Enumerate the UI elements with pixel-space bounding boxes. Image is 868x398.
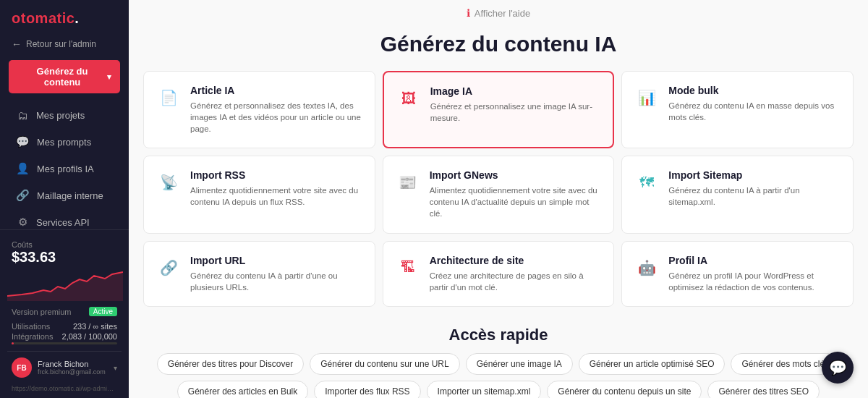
sidebar-bottom: Coûts $33.63 Version premium Active Util… xyxy=(0,229,129,398)
card-import-sitemap[interactable]: 🗺 Import Sitemap Générez du contenu IA à… xyxy=(621,156,854,233)
quick-btn-8[interactable]: Générer du contenu depuis un site xyxy=(547,381,702,398)
chat-bubble-button[interactable]: 💬 xyxy=(822,352,854,384)
main-content: ℹ Afficher l'aide Générez du contenu IA … xyxy=(129,0,868,398)
nav-label-mes-prompts: Mes prompts xyxy=(37,137,91,148)
stats-section: Utilisations 233 / ∞ sites Intégrations … xyxy=(7,319,122,350)
version-label: Version premium xyxy=(12,308,72,316)
sidebar-item-services-api[interactable]: ⚙Services API xyxy=(4,209,124,229)
card-title-import-gnews: Import GNews xyxy=(430,169,603,181)
utilisations-row: Utilisations 233 / ∞ sites xyxy=(12,322,117,331)
card-desc-import-gnews: Alimentez quotidiennement votre site ave… xyxy=(430,185,603,219)
sidebar: otomatic. ← Retour sur l'admin Générez d… xyxy=(0,0,129,398)
card-profil-ia[interactable]: 🤖 Profil IA Générez un profil IA pour Wo… xyxy=(621,241,854,307)
back-arrow-icon: ← xyxy=(12,38,22,50)
quick-btn-0[interactable]: Générer des titres pour Discover xyxy=(157,353,304,375)
card-desc-image-ia: Générez et personnalisez une image IA su… xyxy=(430,101,602,124)
card-title-image-ia: Image IA xyxy=(430,85,602,97)
card-import-rss[interactable]: 📡 Import RSS Alimentez quotidiennement v… xyxy=(143,156,375,233)
card-architecture[interactable]: 🏗 Architecture de site Créez une archite… xyxy=(383,241,615,307)
card-import-gnews[interactable]: 📰 Import GNews Alimentez quotidiennement… xyxy=(383,156,615,233)
card-icon-import-gnews: 📰 xyxy=(395,169,421,195)
card-title-profil-ia: Profil IA xyxy=(668,255,841,266)
generate-chevron-icon: ▾ xyxy=(107,72,111,82)
quick-btn-6[interactable]: Importer des flux RSS xyxy=(314,381,420,398)
cards-grid: 📄 Article IA Générez et personnalisez de… xyxy=(129,71,868,314)
user-email: frck.bichon@gmail.com xyxy=(38,368,108,376)
logo-text: otomatic. xyxy=(12,10,79,27)
card-desc-import-url: Générez du contenu IA à partir d'une ou … xyxy=(190,270,363,293)
card-desc-profil-ia: Générez un profil IA pour WordPress et o… xyxy=(668,270,841,293)
version-row: Version premium Active xyxy=(7,307,122,316)
nav-icon-services-api: ⚙ xyxy=(16,216,29,229)
nav-label-mes-profils: Mes profils IA xyxy=(37,164,94,174)
card-image-ia[interactable]: 🖼 Image IA Générez et personnalisez une … xyxy=(383,71,615,148)
card-title-mode-bulk: Mode bulk xyxy=(668,85,841,96)
card-icon-article-ia: 📄 xyxy=(156,85,182,111)
version-badge: Active xyxy=(89,307,117,316)
card-desc-architecture: Créez une architecture de pages en silo … xyxy=(430,270,603,293)
card-title-import-url: Import URL xyxy=(190,255,363,266)
nav-label-maillage: Maillage interne xyxy=(37,190,103,201)
sidebar-item-mes-prompts[interactable]: 💬Mes prompts xyxy=(4,129,124,155)
help-bar: ℹ Afficher l'aide xyxy=(129,0,868,26)
back-link[interactable]: ← Retour sur l'admin xyxy=(0,34,129,57)
sidebar-item-maillage[interactable]: 🔗Maillage interne xyxy=(4,182,124,208)
quick-btn-5[interactable]: Générer des articles en Bulk xyxy=(177,381,308,398)
card-title-article-ia: Article IA xyxy=(190,85,363,96)
page-title: Générez du contenu IA xyxy=(129,26,868,71)
avatar: FB xyxy=(12,357,32,378)
generate-btn-label: Générez du contenu xyxy=(17,66,107,88)
quick-btn-2[interactable]: Générer une image IA xyxy=(466,353,573,375)
sidebar-nav: 🗂Mes projets💬Mes prompts👤Mes profils IA🔗… xyxy=(0,102,129,229)
quick-btn-7[interactable]: Importer un sitemap.xml xyxy=(427,381,542,398)
svg-marker-0 xyxy=(7,272,123,301)
url-bar: https://demo.otomatic.ai/wp-admin/admin.… xyxy=(7,384,122,395)
integrations-row: Intégrations 2,083 / 100,000 xyxy=(12,332,117,341)
back-label: Retour sur l'admin xyxy=(26,39,96,49)
card-mode-bulk[interactable]: 📊 Mode bulk Générez du contenu IA en mas… xyxy=(621,71,854,148)
card-icon-mode-bulk: 📊 xyxy=(634,85,660,111)
costs-label: Coûts xyxy=(7,237,122,249)
integrations-bar xyxy=(12,342,117,344)
nav-icon-maillage: 🔗 xyxy=(16,189,30,202)
card-title-architecture: Architecture de site xyxy=(430,255,603,266)
user-info: Franck Bichon frck.bichon@gmail.com xyxy=(38,360,108,376)
nav-icon-mes-projets: 🗂 xyxy=(16,109,29,122)
integrations-fill xyxy=(12,342,14,344)
card-article-ia[interactable]: 📄 Article IA Générez et personnalisez de… xyxy=(143,71,375,148)
user-row[interactable]: FB Franck Bichon frck.bichon@gmail.com ▾ xyxy=(7,351,122,384)
card-import-url[interactable]: 🔗 Import URL Générez du contenu IA à par… xyxy=(143,241,375,307)
help-label[interactable]: Afficher l'aide xyxy=(475,8,530,19)
help-icon: ℹ xyxy=(467,7,470,19)
user-name: Franck Bichon xyxy=(38,360,108,368)
card-title-import-rss: Import RSS xyxy=(190,169,363,181)
nav-icon-mes-profils: 👤 xyxy=(16,162,30,175)
user-chevron-icon: ▾ xyxy=(114,364,117,372)
integrations-label: Intégrations xyxy=(12,332,53,341)
card-icon-profil-ia: 🤖 xyxy=(634,255,660,281)
utilisations-label: Utilisations xyxy=(12,322,50,331)
quick-access-grid: Générer des titres pour DiscoverGénérer … xyxy=(129,353,868,398)
nav-icon-mes-prompts: 💬 xyxy=(16,135,30,148)
card-icon-image-ia: 🖼 xyxy=(396,85,422,111)
card-title-import-sitemap: Import Sitemap xyxy=(668,169,841,181)
sidebar-item-mes-profils[interactable]: 👤Mes profils IA xyxy=(4,156,124,182)
card-icon-import-url: 🔗 xyxy=(156,255,182,281)
quick-btn-1[interactable]: Générer du contenu sur une URL xyxy=(310,353,459,375)
card-icon-import-sitemap: 🗺 xyxy=(634,169,660,195)
quick-btn-9[interactable]: Générer des titres SEO xyxy=(707,381,820,398)
sparkline-chart xyxy=(7,268,123,301)
quick-access-title: Accès rapide xyxy=(129,314,868,353)
nav-label-mes-projets: Mes projets xyxy=(36,110,85,121)
logo: otomatic. xyxy=(0,0,129,34)
card-desc-article-ia: Générez et personnalisez des textes IA, … xyxy=(190,100,363,135)
sidebar-item-mes-projets[interactable]: 🗂Mes projets xyxy=(4,103,124,128)
quick-btn-3[interactable]: Générer un article optimisé SEO xyxy=(579,353,726,375)
generate-content-button[interactable]: Générez du contenu ▾ xyxy=(9,60,120,93)
nav-label-services-api: Services API xyxy=(36,217,90,228)
card-desc-mode-bulk: Générez du contenu IA en masse depuis vo… xyxy=(668,100,841,123)
card-icon-architecture: 🏗 xyxy=(395,255,421,281)
integrations-value: 2,083 / 100,000 xyxy=(62,332,117,341)
utilisations-value: 233 / ∞ sites xyxy=(73,322,117,331)
costs-value: $33.63 xyxy=(7,249,122,266)
